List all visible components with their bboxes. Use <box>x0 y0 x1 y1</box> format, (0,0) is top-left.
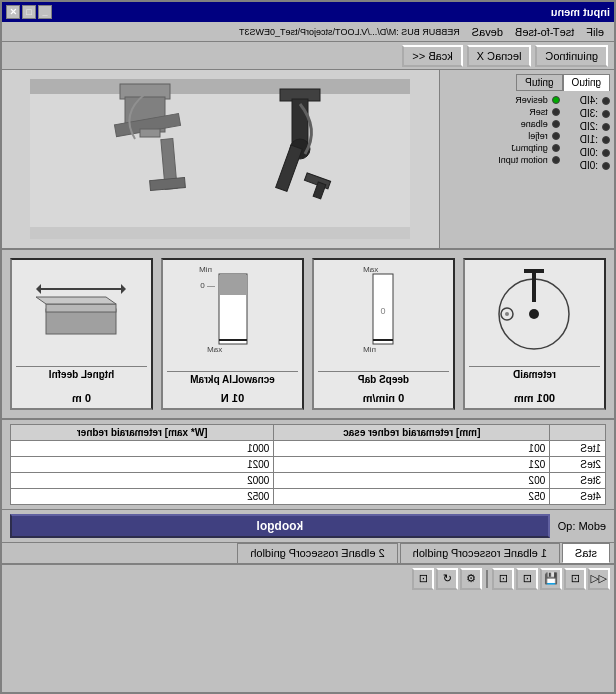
tab-processor-2[interactable]: 2 elbanE rossecorP gnidloh <box>237 543 397 563</box>
svg-rect-35 <box>47 309 117 334</box>
row-label: 3teS <box>550 473 606 489</box>
io-label-0: :4ID <box>580 95 598 106</box>
svg-rect-28 <box>221 275 247 295</box>
io-tabs: gnituO gnituP <box>444 74 610 91</box>
row-col1: 052 <box>274 489 550 505</box>
io-status-4: gnitpmuJ <box>498 143 560 153</box>
io-row-4: :0ID <box>580 147 610 158</box>
toolbar-btn-7[interactable]: ⊡ <box>412 568 434 590</box>
row-col1: 021 <box>274 457 550 473</box>
maximize-button[interactable]: □ <box>22 5 36 19</box>
io-status-label-2: elbane <box>521 119 548 129</box>
toolbar-btn-6[interactable]: ↺ <box>436 568 458 590</box>
diameter-svg <box>490 264 580 354</box>
io-status-label-0: desiveR <box>515 95 548 105</box>
io-row-1: :3ID <box>580 108 610 119</box>
close-button[interactable]: ✕ <box>6 5 20 19</box>
io-status-dot-0 <box>552 96 560 104</box>
table-row: 4teS 052 0052 <box>11 489 606 505</box>
io-status-3: refjel <box>498 131 560 141</box>
io-row-3: :1ID <box>580 134 610 145</box>
svg-rect-23 <box>374 339 394 341</box>
toolbar-btn-5[interactable]: ⚙ <box>460 568 482 590</box>
io-panel: gnituO gnituP :4ID :3ID <box>439 70 614 248</box>
back-button[interactable]: kcaB << <box>402 45 462 67</box>
minimize-button[interactable]: _ <box>38 5 52 19</box>
toolbar-btn-2[interactable]: 💾 <box>540 568 562 590</box>
io-dot-5 <box>602 162 610 170</box>
io-label-2: :2ID <box>580 121 598 132</box>
io-status-2: elbane <box>498 119 560 129</box>
io-row-0: :4ID <box>580 95 610 106</box>
io-label-4: :0ID <box>580 147 598 158</box>
toolbar-separator-1 <box>486 570 488 588</box>
toolbar-btn-3[interactable]: ⊡ <box>516 568 538 590</box>
io-status-label-5: noitom tupnI <box>498 155 548 165</box>
col1-header: [mm] retemaraid redner esac <box>274 425 550 441</box>
row-col1: 001 <box>274 441 550 457</box>
svg-point-20 <box>506 312 510 316</box>
svg-rect-1 <box>31 79 411 94</box>
row-col2: 0052 <box>11 489 274 505</box>
io-dot-4 <box>602 149 610 157</box>
io-label-1: :3ID <box>580 108 598 119</box>
row-col2: 0002 <box>11 473 274 489</box>
robot-image-panel <box>2 70 439 248</box>
markup-value: 01 N <box>221 392 244 404</box>
svg-text:— 0: — 0 <box>200 281 215 290</box>
svg-marker-37 <box>37 297 117 304</box>
tabs-section: staS 1 elbanE rossecorP gnidloh 2 elbanE… <box>2 543 614 564</box>
io-label-3: :1ID <box>580 134 598 145</box>
title-bar: input menu _ □ ✕ <box>2 2 614 22</box>
menu-path: REBBUR BUS :M/D/.../V.LOOT\stcejorP\tseT… <box>233 27 466 37</box>
cancel-button[interactable]: lecnaC X <box>467 45 532 67</box>
io-row-5: :0ID <box>580 160 610 171</box>
top-section: gnituO gnituP :4ID :3ID <box>2 70 614 250</box>
io-status-label-1: tseR <box>529 107 548 117</box>
toolbar-btn-1[interactable]: ⊡ <box>564 568 586 590</box>
svg-marker-33 <box>122 284 127 294</box>
io-dot-1 <box>602 110 610 118</box>
svg-text:0: 0 <box>381 306 386 316</box>
toolbar-btn-4[interactable]: ⊡ <box>492 568 514 590</box>
logbook-button[interactable]: koobgol <box>10 514 550 538</box>
row-label: 1teS <box>550 441 606 457</box>
svg-point-18 <box>530 309 540 319</box>
menu-bar: eliF tseT-fo-tseB devaS REBBUR BUS :M/D/… <box>2 22 614 42</box>
menu-best-of-test[interactable]: tseT-fo-tseB <box>509 26 580 38</box>
top-bar: gniunitnoC lecnaC X kcaB << <box>2 42 614 70</box>
svg-rect-29 <box>220 339 248 341</box>
menu-saved[interactable]: devaS <box>466 26 509 38</box>
col-label-header <box>550 425 606 441</box>
menu-file[interactable]: eliF <box>580 26 610 38</box>
param-section: retemaiD 001 mm xaM niM 0 deepS daP 0 ni… <box>2 250 614 420</box>
pad-speed-label: deepS daP <box>318 371 449 385</box>
row-col1: 002 <box>274 473 550 489</box>
svg-text:niM: niM <box>199 265 212 274</box>
io-status-1: tseR <box>498 107 560 117</box>
logbook-section: edoM :qO koobgol <box>2 510 614 543</box>
table-row: 2teS 021 0021 <box>11 457 606 473</box>
svg-text:xaM: xaM <box>363 265 378 274</box>
io-dot-3 <box>602 136 610 144</box>
svg-marker-34 <box>37 284 42 294</box>
tab-processor-1[interactable]: 1 elbanE rossecorP gnidloh <box>400 543 560 563</box>
param-diameter: retemaiD 001 mm <box>463 258 606 410</box>
data-table: [mm] retemaraid redner esac [W* xam] ret… <box>10 424 606 505</box>
continuing-button[interactable]: gniunitnoC <box>535 45 608 67</box>
markup-svg: niM xaM — 0 <box>198 264 268 364</box>
svg-rect-14 <box>31 227 411 239</box>
tab-stats[interactable]: staS <box>562 543 610 563</box>
io-status-dot-4 <box>552 144 560 152</box>
tab-output[interactable]: gnituO <box>563 74 610 91</box>
tab-input[interactable]: gnituP <box>516 74 562 91</box>
row-col2: 0021 <box>11 457 274 473</box>
param-markup: niM xaM — 0 ecnawoLlA pkraM 01 N <box>161 258 304 410</box>
infeed-svg <box>37 264 127 354</box>
io-status-dot-3 <box>552 132 560 140</box>
table-row: 3teS 002 0002 <box>11 473 606 489</box>
infeed-value: 0 m <box>72 392 91 404</box>
window-title: input menu <box>551 6 610 18</box>
param-infeed: htgneL deefnI 0 m <box>10 258 153 410</box>
toolbar-btn-0[interactable]: ◁◁ <box>588 568 610 590</box>
